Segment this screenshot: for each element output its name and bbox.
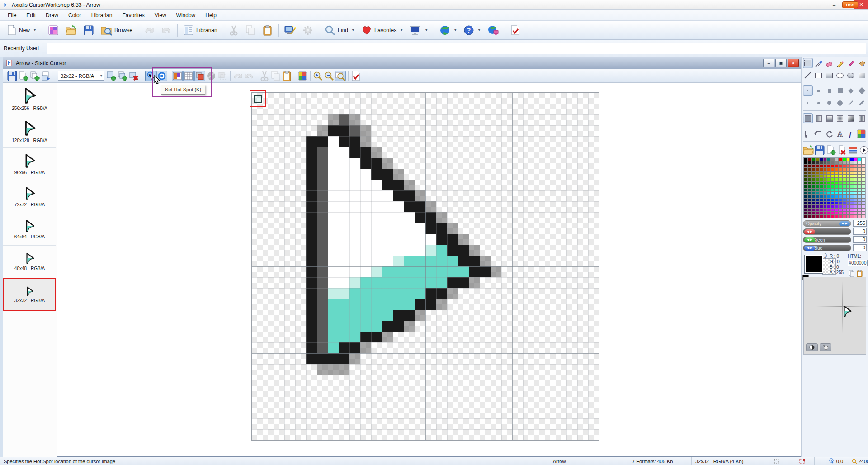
format-item-72x72[interactable]: 72x72 - RGB/A: [3, 180, 56, 213]
load-palette-button[interactable]: [803, 145, 813, 155]
soft-rectangle-tool[interactable]: [857, 70, 867, 81]
add-format-button[interactable]: [18, 71, 29, 81]
palette-color-cell[interactable]: [811, 201, 816, 204]
palette-color-cell[interactable]: [846, 178, 850, 181]
palette-color-cell[interactable]: [808, 204, 812, 208]
palette-color-cell[interactable]: [835, 178, 839, 181]
pixel-cell[interactable]: [306, 299, 317, 310]
save-button[interactable]: [80, 23, 97, 38]
palette-color-cell[interactable]: [842, 175, 846, 178]
palette-color-cell[interactable]: [858, 208, 862, 211]
palette-color-cell[interactable]: [835, 185, 839, 188]
pixel-cell[interactable]: [349, 299, 360, 310]
pixel-cell[interactable]: [404, 277, 415, 288]
pixel-cell[interactable]: [339, 277, 349, 288]
web-button-dropdown-icon[interactable]: ▼: [453, 28, 457, 32]
pixel-cell[interactable]: [339, 158, 349, 169]
palette-color-cell[interactable]: [808, 198, 812, 201]
palette-color-cell[interactable]: [846, 185, 850, 188]
green-slider[interactable]: Green ◀ ▶: [803, 237, 851, 243]
text-tool[interactable]: A: [835, 128, 845, 139]
palette-color-cell[interactable]: [804, 211, 808, 214]
pixel-cell[interactable]: [382, 234, 393, 245]
pixel-cell[interactable]: [360, 342, 371, 353]
pixel-cell[interactable]: [306, 256, 317, 266]
pixel-cell[interactable]: [425, 223, 436, 234]
pixel-cell[interactable]: [393, 299, 404, 310]
brush-size-1[interactable]: [803, 85, 813, 96]
pixel-cell[interactable]: [317, 212, 328, 223]
palette-color-cell[interactable]: [831, 195, 835, 198]
pixel-cell[interactable]: [306, 158, 317, 169]
pixel-cell[interactable]: [382, 277, 393, 288]
menu-file[interactable]: File: [3, 11, 21, 20]
palette-color-cell[interactable]: [827, 175, 831, 178]
palette-color-cell[interactable]: [827, 158, 831, 161]
palette-color-cell[interactable]: [839, 215, 843, 218]
pixel-cell[interactable]: [371, 332, 382, 342]
rss-badge[interactable]: RSS: [842, 1, 858, 8]
hex-color-field[interactable]: #000000: [848, 260, 868, 266]
palette-color-cell[interactable]: [819, 211, 823, 214]
pixel-cell[interactable]: [328, 212, 339, 223]
palette-color-cell[interactable]: [831, 188, 835, 191]
red-slider[interactable]: Red ◀ ▶: [803, 228, 851, 235]
palette-color-cell[interactable]: [842, 215, 846, 218]
palette-color-cell[interactable]: [827, 211, 831, 214]
pixel-cell[interactable]: [447, 288, 458, 299]
pixel-cell[interactable]: [328, 245, 339, 256]
pixel-cell[interactable]: [393, 266, 404, 277]
palette-color-cell[interactable]: [831, 181, 835, 185]
palette-color-cell[interactable]: [816, 188, 820, 191]
pixel-cell[interactable]: [393, 245, 404, 256]
palette-color-cell[interactable]: [804, 204, 808, 208]
palette-color-cell[interactable]: [808, 181, 812, 185]
pixel-cell[interactable]: [415, 310, 425, 321]
pixel-cell[interactable]: [339, 342, 349, 353]
palette-color-cell[interactable]: [823, 165, 827, 168]
palette-color-cell[interactable]: [823, 191, 827, 195]
palette-color-cell[interactable]: [831, 215, 835, 218]
color-palette-grid[interactable]: [803, 157, 866, 218]
show-panel-button[interactable]: [172, 71, 183, 81]
palette-color-cell[interactable]: [862, 198, 866, 201]
pixel-cell[interactable]: [382, 266, 393, 277]
palette-color-cell[interactable]: [835, 168, 839, 171]
palette-color-cell[interactable]: [816, 158, 820, 161]
palette-color-cell[interactable]: [808, 208, 812, 211]
palette-color-cell[interactable]: [819, 208, 823, 211]
pixel-cell[interactable]: [349, 136, 360, 147]
menu-edit[interactable]: Edit: [21, 11, 41, 20]
pixel-cell[interactable]: [339, 125, 349, 136]
palette-color-cell[interactable]: [862, 204, 866, 208]
brush-round-4[interactable]: [835, 98, 845, 108]
palette-color-cell[interactable]: [842, 178, 846, 181]
pixel-cell[interactable]: [349, 201, 360, 212]
palette-color-cell[interactable]: [811, 188, 816, 191]
pixel-cell[interactable]: [339, 114, 349, 125]
pixel-cell[interactable]: [371, 288, 382, 299]
palette-color-cell[interactable]: [804, 201, 808, 204]
red-stepper[interactable]: ◀ ▶: [804, 229, 815, 234]
palette-color-cell[interactable]: [835, 208, 839, 211]
palette-color-cell[interactable]: [808, 191, 812, 195]
pixel-cell[interactable]: [436, 266, 447, 277]
pixel-cell[interactable]: [491, 266, 501, 277]
pixel-cell[interactable]: [360, 147, 371, 158]
pixel-cell[interactable]: [317, 180, 328, 190]
pixel-cell[interactable]: [328, 190, 339, 201]
document-title-bar[interactable]: Arrow - Static Cursor – ▣ ✕: [3, 57, 801, 69]
pixel-cell[interactable]: [349, 125, 360, 136]
palette-color-cell[interactable]: [831, 178, 835, 181]
pixel-cell[interactable]: [317, 136, 328, 147]
pixel-cell[interactable]: [382, 299, 393, 310]
blue-value[interactable]: 0: [853, 244, 867, 251]
palette-color-cell[interactable]: [827, 178, 831, 181]
pixel-cell[interactable]: [382, 288, 393, 299]
palette-color-cell[interactable]: [823, 168, 827, 171]
palette-color-cell[interactable]: [823, 161, 827, 164]
palette-color-cell[interactable]: [862, 191, 866, 195]
pixel-cell[interactable]: [328, 180, 339, 190]
palette-color-cell[interactable]: [854, 161, 858, 164]
pixel-cell[interactable]: [382, 190, 393, 201]
